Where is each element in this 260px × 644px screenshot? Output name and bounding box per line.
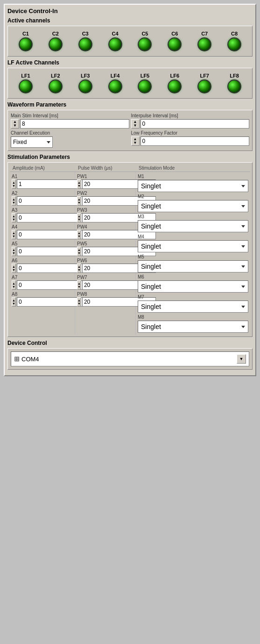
lf-channel-label-2: LF3: [81, 73, 90, 79]
main-stim-input[interactable]: [20, 119, 129, 129]
amp-spinner-3[interactable]: ▲▼: [12, 230, 16, 239]
lf-channels-box: LF1 LF2 LF3 LF4 LF5 LF6 LF7 LF8: [7, 68, 253, 99]
hf-channel-c1[interactable]: C1: [19, 31, 33, 51]
hf-channel-c7[interactable]: C7: [197, 31, 211, 51]
hf-channel-c8[interactable]: C8: [227, 31, 241, 51]
lf-channel-lf3[interactable]: LF3: [78, 73, 92, 93]
hf-channel-c4[interactable]: C4: [108, 31, 122, 51]
hf-channel-label-7: C8: [231, 31, 238, 36]
hf-channel-label-6: C7: [201, 31, 208, 36]
hf-channel-c3[interactable]: C3: [78, 31, 92, 51]
hf-channel-c5[interactable]: C5: [138, 31, 152, 51]
mode-dropdown-4[interactable]: Singlet: [138, 260, 248, 272]
lf-channel-lf2[interactable]: LF2: [49, 73, 63, 93]
mode-arrow-icon-1: [241, 205, 245, 208]
pw-input-row-2: ▲▼: [77, 213, 134, 222]
hf-channel-label-5: C6: [171, 31, 178, 36]
stim-box: Amplitude (mA) Pulse Width (μs) Stimulat…: [7, 162, 253, 337]
hf-channel-c6[interactable]: C6: [168, 31, 182, 51]
mode-row-label-4: M5: [138, 254, 248, 259]
pw-spinner-5[interactable]: ▲▼: [77, 264, 81, 273]
hf-channel-c2[interactable]: C2: [49, 31, 63, 51]
lf-channels-title: LF Active Channels: [7, 59, 253, 66]
pw-spinner-4[interactable]: ▲▼: [77, 247, 81, 256]
main-stim-spinner[interactable]: ▲▼: [11, 119, 19, 129]
com-dropdown-arrow-icon: ▼: [239, 357, 244, 361]
lf-factor-input[interactable]: [141, 136, 250, 146]
hf-channel-label-3: C4: [112, 31, 119, 36]
mode-dropdown-2[interactable]: Singlet: [138, 220, 248, 232]
lf-channel-lf4[interactable]: LF4: [108, 73, 122, 93]
pw-spinner-0[interactable]: ▲▼: [77, 179, 81, 189]
mode-value-2: Singlet: [141, 222, 161, 230]
mode-arrow-icon-7: [241, 326, 245, 328]
lf-channel-lf8[interactable]: LF8: [227, 73, 241, 93]
lf-channel-lf7[interactable]: LF7: [197, 73, 211, 93]
main-panel: Device Control-In Active channels C1 C2 …: [4, 4, 256, 376]
amp-spinner-4[interactable]: ▲▼: [12, 247, 16, 256]
pw-input-row-7: ▲▼: [77, 297, 134, 307]
lf-channel-row: LF1 LF2 LF3 LF4 LF5 LF6 LF7 LF8: [11, 71, 249, 95]
pw-input-row-4: ▲▼: [77, 247, 134, 256]
waveform-box: Main Stim Interval [ms] ▲▼ Interpulse In…: [7, 110, 253, 151]
channel-exec-dropdown[interactable]: Fixed: [11, 136, 53, 148]
mode-col: M1 Singlet M2 Singlet M3 Singlet M4 Sing…: [136, 172, 250, 335]
hf-channel-label-2: C3: [82, 31, 89, 36]
mode-dropdown-0[interactable]: Singlet: [138, 180, 248, 192]
amp-spinner-0[interactable]: ▲▼: [12, 179, 16, 189]
mode-dropdown-1[interactable]: Singlet: [138, 200, 248, 212]
amp-input-row-1: ▲▼: [12, 196, 73, 206]
amp-spinner-6[interactable]: ▲▼: [12, 280, 16, 290]
amp-input-row-6: ▲▼: [12, 280, 73, 290]
com-icon: ⊞: [14, 355, 20, 363]
amp-spinner-7[interactable]: ▲▼: [12, 297, 16, 307]
hf-led-4: [138, 37, 152, 51]
pw-spinner-7[interactable]: ▲▼: [77, 297, 81, 307]
lf-factor-spinner[interactable]: ▲▼: [131, 136, 140, 146]
mode-value-0: Singlet: [141, 182, 161, 190]
amp-row-label-7: A8: [12, 292, 73, 297]
active-channels-box: C1 C2 C3 C4 C5 C6 C7 C8: [7, 26, 253, 57]
interpulse-spinner[interactable]: ▲▼: [131, 119, 140, 129]
pw-row-label-5: PW6: [77, 258, 134, 263]
lf-led-4: [138, 79, 152, 93]
pw-spinner-3[interactable]: ▲▼: [77, 230, 81, 239]
lf-channel-label-1: LF2: [51, 73, 60, 79]
lf-channel-label-0: LF1: [21, 73, 30, 79]
hf-channel-label-0: C1: [22, 31, 29, 36]
mode-arrow-icon-4: [241, 265, 245, 268]
mode-row-label-6: M7: [138, 294, 248, 300]
amp-input-row-7: ▲▼: [12, 297, 73, 307]
interpulse-input[interactable]: [141, 119, 250, 129]
com-dropdown-button[interactable]: ▼: [237, 354, 246, 364]
mode-value-5: Singlet: [141, 283, 161, 290]
channel-exec-value: Fixed: [13, 139, 27, 145]
pw-row-label-7: PW8: [77, 292, 134, 297]
lf-channel-lf6[interactable]: LF6: [168, 73, 182, 93]
mode-value-6: Singlet: [141, 303, 161, 310]
lf-channel-lf5[interactable]: LF5: [138, 73, 152, 93]
mode-arrow-icon-2: [241, 225, 245, 228]
lf-led-6: [197, 79, 211, 93]
hf-led-6: [197, 37, 211, 51]
hf-channel-row: C1 C2 C3 C4 C5 C6 C7 C8: [11, 29, 249, 53]
mode-dropdown-6[interactable]: Singlet: [138, 301, 248, 313]
pw-input-row-6: ▲▼: [77, 280, 134, 290]
pw-spinner-2[interactable]: ▲▼: [77, 213, 81, 222]
stim-body: A1 ▲▼ A2 ▲▼ A3 ▲▼: [10, 172, 250, 335]
mode-dropdown-7[interactable]: Singlet: [138, 321, 248, 333]
hf-channel-label-1: C2: [52, 31, 59, 36]
mode-value-3: Singlet: [141, 243, 161, 250]
lf-channel-lf1[interactable]: LF1: [19, 73, 33, 93]
amp-spinner-1[interactable]: ▲▼: [12, 196, 16, 206]
pw-spinner-6[interactable]: ▲▼: [77, 280, 81, 290]
interpulse-label: Interpulse Interval [ms]: [131, 113, 250, 118]
mode-dropdown-5[interactable]: Singlet: [138, 280, 248, 293]
lf-led-1: [49, 79, 63, 93]
hf-led-2: [78, 37, 92, 51]
pw-spinner-1[interactable]: ▲▼: [77, 196, 81, 206]
amp-spinner-5[interactable]: ▲▼: [12, 264, 16, 273]
amp-spinner-2[interactable]: ▲▼: [12, 213, 16, 222]
mode-dropdown-3[interactable]: Singlet: [138, 240, 248, 252]
mode-value-7: Singlet: [141, 323, 161, 330]
